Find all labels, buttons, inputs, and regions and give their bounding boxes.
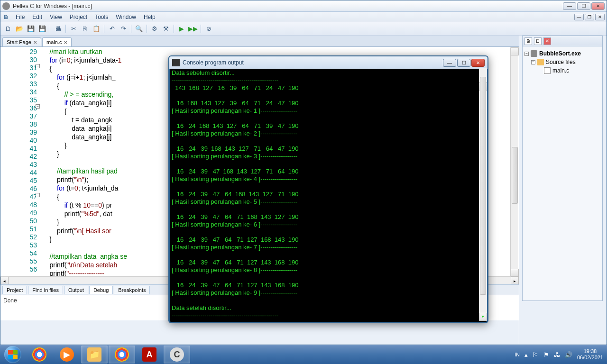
menu-file[interactable]: File [12, 13, 28, 21]
line-gutter: 2930313233343536373839404142434445464748… [0, 47, 42, 276]
tray-lang-indicator[interactable]: IN [515, 352, 520, 357]
open-icon[interactable]: 📂 [15, 24, 24, 34]
run-icon[interactable]: ▶ [177, 24, 186, 34]
redo-icon[interactable]: ↷ [119, 24, 128, 34]
tab-label: main.c [46, 39, 62, 45]
fold-icon[interactable]: − [36, 64, 40, 68]
explorer-toolbar: 🗎 🗋 ✕ [523, 36, 602, 46]
tray-flag-icon[interactable]: 🏳 [533, 351, 539, 358]
debug-status-text: Done [3, 297, 17, 304]
cut-icon[interactable]: ✂ [69, 24, 78, 34]
maximize-button[interactable]: ❐ [577, 2, 590, 10]
mdi-restore-button[interactable]: ❐ [585, 14, 594, 20]
scroll-up-icon[interactable] [511, 47, 519, 55]
explorer-view-icon[interactable]: 🗎 [524, 37, 532, 45]
console-title-text: Console program output [183, 59, 443, 66]
windows-logo-icon [4, 346, 21, 363]
tray-network-icon[interactable]: 🖧 [554, 351, 560, 358]
tab-start-page[interactable]: Start Page ✕ [2, 37, 41, 46]
scroll-down-icon[interactable] [511, 269, 519, 277]
print-icon[interactable]: 🖶 [53, 24, 63, 34]
taskbar: ▶ 📁 A C IN ▴ 🏳 ⚑ 🖧 🔊 19:38 06/02/2021 [0, 345, 607, 364]
new-icon[interactable]: 🗋 [3, 24, 13, 34]
console-scrollbar[interactable]: ▴ ▾ [479, 68, 487, 321]
build-icon[interactable]: ⚒ [161, 24, 171, 34]
menu-help[interactable]: Help [140, 13, 159, 21]
scroll-thumb[interactable] [480, 77, 486, 295]
menu-tools[interactable]: Tools [91, 13, 112, 21]
minimize-button[interactable]: — [563, 2, 576, 10]
find-icon[interactable]: 🔍 [134, 24, 144, 34]
new-file-icon[interactable]: 🗎 [2, 13, 10, 21]
scroll-right-icon[interactable]: ▸ [511, 277, 519, 285]
title-bar: Pelles C for Windows - [main.c] — ❐ ✕ [0, 0, 607, 12]
console-minimize-button[interactable]: — [443, 59, 456, 67]
console-title-bar: Console program output — ☐ ✕ [169, 56, 487, 69]
explorer-close-icon[interactable]: ✕ [543, 37, 551, 45]
fold-icon[interactable]: − [36, 104, 40, 109]
scroll-thumb[interactable] [512, 147, 518, 204]
start-button[interactable] [0, 345, 26, 364]
taskbar-adobe-reader[interactable]: A [136, 346, 163, 364]
menu-view[interactable]: View [46, 13, 66, 21]
pelles-c-icon: C [170, 347, 184, 362]
taskbar-pelles-c[interactable]: C [164, 346, 190, 364]
scroll-left-icon[interactable]: ◂ [0, 277, 9, 285]
tab-close-icon[interactable]: ✕ [64, 40, 67, 45]
tray-time: 19:38 [577, 348, 603, 355]
stop-icon[interactable]: ⊘ [204, 24, 213, 34]
taskbar-media-player[interactable]: ▶ [54, 346, 80, 364]
exe-icon [531, 50, 537, 57]
console-window: Console program output — ☐ ✕ Data sebelu… [168, 55, 488, 323]
app-icon [2, 2, 10, 10]
btab-debug[interactable]: Debug [89, 286, 113, 294]
scroll-down-icon[interactable]: ▾ [479, 313, 487, 321]
system-tray: IN ▴ 🏳 ⚑ 🖧 🔊 19:38 06/02/2021 [511, 345, 607, 364]
tray-action-center-icon[interactable]: ⚑ [543, 351, 549, 358]
tree-root-exe[interactable]: − BubbleSort.exe [524, 49, 600, 58]
explorer-refresh-icon[interactable]: 🗋 [534, 37, 542, 45]
taskbar-chrome-2[interactable] [109, 346, 135, 364]
tree-folder-source[interactable]: − Source files [524, 58, 600, 66]
mdi-minimize-button[interactable]: — [574, 14, 584, 20]
tab-label: Start Page [7, 39, 31, 45]
paste-icon[interactable]: 📋 [92, 24, 101, 34]
btab-project[interactable]: Project [2, 286, 27, 294]
mdi-controls: — ❐ ✕ [574, 14, 605, 20]
btab-find[interactable]: Find in files [28, 286, 63, 294]
window-title: Pelles C for Windows - [main.c] [13, 3, 563, 9]
tab-main-c[interactable]: main.c ✕ [42, 37, 72, 46]
menu-window[interactable]: Window [112, 13, 140, 21]
console-output[interactable]: Data sebelum disortir... ---------------… [170, 68, 487, 321]
expand-icon[interactable]: − [531, 60, 535, 64]
menu-project[interactable]: Project [66, 13, 91, 21]
tree-label: main.c [552, 66, 569, 75]
close-button[interactable]: ✕ [591, 2, 605, 10]
undo-icon[interactable]: ↶ [107, 24, 117, 34]
console-maximize-button[interactable]: ☐ [457, 59, 470, 67]
project-tree: − BubbleSort.exe − Source files main.c [523, 46, 602, 78]
mdi-close-button[interactable]: ✕ [595, 14, 605, 20]
save-all-icon[interactable]: 💾 [37, 24, 47, 34]
tray-clock[interactable]: 19:38 06/02/2021 [577, 348, 603, 361]
menu-bar: 🗎 File Edit View Project Tools Window He… [0, 12, 607, 22]
console-close-button[interactable]: ✕ [471, 59, 485, 67]
compile-icon[interactable]: ⚙ [150, 24, 159, 34]
debug-icon[interactable]: ▶▶ [188, 24, 198, 34]
window-controls: — ❐ ✕ [563, 2, 605, 10]
tray-show-hidden-icon[interactable]: ▴ [524, 351, 528, 358]
save-icon[interactable]: 💾 [26, 24, 36, 34]
taskbar-chrome[interactable] [26, 346, 53, 364]
tree-label: BubbleSort.exe [539, 49, 581, 58]
fold-icon[interactable]: − [36, 193, 40, 197]
taskbar-explorer[interactable]: 📁 [81, 346, 108, 364]
tree-file-main-c[interactable]: main.c [524, 66, 600, 75]
copy-icon[interactable]: ⎘ [80, 24, 90, 34]
tray-volume-icon[interactable]: 🔊 [565, 351, 572, 358]
expand-icon[interactable]: − [524, 52, 529, 56]
btab-breakpoints[interactable]: Breakpoints [114, 286, 150, 294]
btab-output[interactable]: Output [64, 286, 88, 294]
menu-edit[interactable]: Edit [28, 13, 46, 21]
tab-close-icon[interactable]: ✕ [33, 40, 37, 45]
editor-vertical-scrollbar[interactable] [510, 47, 518, 277]
